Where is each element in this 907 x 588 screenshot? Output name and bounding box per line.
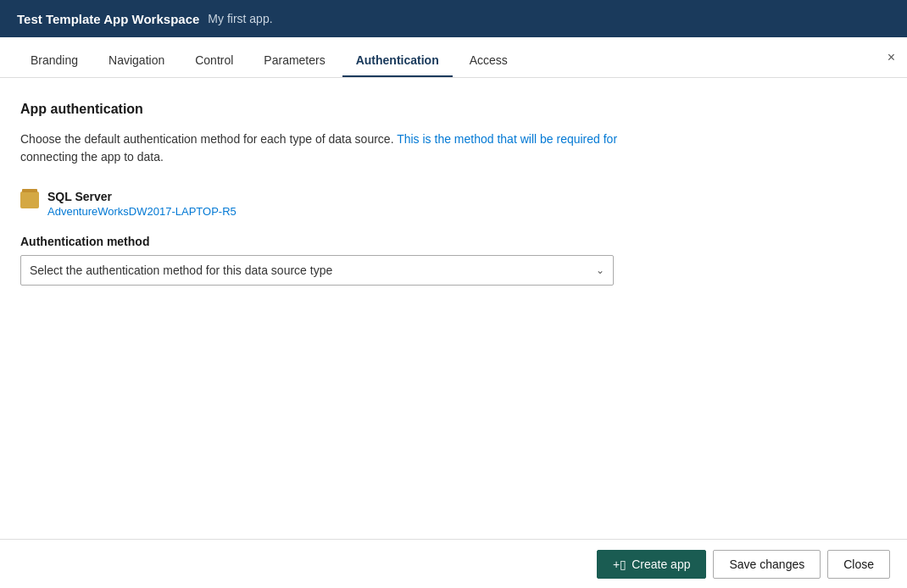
app-title: Test Template App Workspace [17, 12, 199, 26]
section-title: App authentication [20, 102, 887, 117]
tabs-bar: Branding Navigation Control Parameters A… [0, 37, 907, 78]
tab-branding[interactable]: Branding [17, 43, 92, 77]
auth-method-dropdown[interactable]: Select the authentication method for thi… [20, 255, 614, 286]
modal-window: Test Template App Workspace My first app… [0, 0, 907, 588]
dropdown-placeholder: Select the authentication method for thi… [30, 263, 332, 277]
description-text: Choose the default authentication method… [20, 130, 887, 166]
tab-control[interactable]: Control [181, 43, 247, 77]
description-link[interactable]: This is the method that will be required… [397, 132, 617, 146]
footer-bar: +▯ Create app Save changes Close [0, 539, 907, 588]
main-content: App authentication Choose the default au… [0, 78, 907, 539]
auth-method-label: Authentication method [20, 235, 887, 248]
plus-icon: +▯ [613, 557, 626, 571]
datasource-name: SQL Server [47, 190, 236, 203]
datasource-block: SQL Server AdventureWorksDW2017-LAPTOP-R… [20, 190, 887, 218]
header-bar: Test Template App Workspace My first app… [0, 0, 907, 37]
datasource-sub: AdventureWorksDW2017-LAPTOP-R5 [47, 205, 236, 218]
save-changes-button[interactable]: Save changes [713, 550, 821, 579]
tab-authentication[interactable]: Authentication [342, 43, 453, 77]
chevron-down-icon: ⌄ [596, 264, 604, 276]
tab-access[interactable]: Access [456, 43, 521, 77]
close-icon[interactable]: × [888, 51, 895, 64]
sql-server-icon [20, 191, 39, 208]
tab-navigation[interactable]: Navigation [95, 43, 178, 77]
tab-parameters[interactable]: Parameters [250, 43, 338, 77]
datasource-info: SQL Server AdventureWorksDW2017-LAPTOP-R… [47, 190, 236, 218]
app-subtitle: My first app. [208, 12, 272, 25]
create-app-button[interactable]: +▯ Create app [597, 550, 706, 579]
close-button[interactable]: Close [827, 550, 890, 579]
